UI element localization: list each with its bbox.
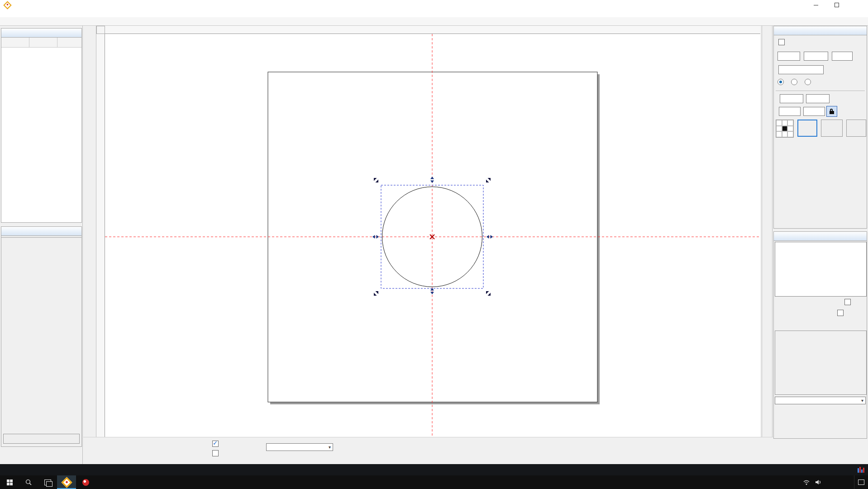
ruler-unit-label	[96, 26, 105, 34]
anchor-grid[interactable]	[776, 120, 794, 138]
column-name	[1, 38, 29, 47]
parameter-color-table	[775, 242, 867, 297]
object-list-header	[1, 38, 81, 48]
scale-x-input[interactable]	[779, 107, 801, 116]
rotate-axis-z-radio[interactable]	[777, 79, 784, 85]
scale-y-input[interactable]	[803, 107, 825, 116]
bottom-action-bar: ▾	[83, 437, 773, 465]
scale-lock-button[interactable]	[826, 106, 837, 117]
transform-tool-strip	[762, 26, 773, 437]
status-bar	[0, 464, 868, 475]
divider	[776, 91, 865, 91]
rotate-axis-x-radio[interactable]	[805, 79, 811, 85]
tray-language-indicator[interactable]	[777, 475, 789, 489]
z-input[interactable]	[832, 52, 853, 61]
tray-chevron-icon[interactable]	[754, 475, 765, 489]
hans-laser-icon	[61, 477, 72, 488]
tray-pen-icon[interactable]	[765, 475, 777, 489]
apply-button[interactable]	[797, 120, 817, 137]
tray-network-icon[interactable]	[801, 475, 812, 489]
lock-icon	[830, 111, 834, 114]
red-app-icon	[82, 479, 89, 486]
x-input[interactable]	[777, 52, 800, 61]
size-x-input[interactable]	[780, 94, 803, 103]
tray-volume-icon[interactable]	[812, 475, 824, 489]
taskbar-app-hans-laser[interactable]	[57, 475, 76, 489]
chevron-down-icon: ▾	[329, 445, 331, 450]
control-card-select[interactable]: ▾	[266, 443, 333, 451]
notification-center-button[interactable]	[854, 475, 868, 489]
app-icon	[3, 1, 11, 9]
application-window: ▾ ▾	[0, 0, 868, 489]
apply-to-duplicate-button[interactable]	[821, 120, 843, 137]
mark-selected-checkbox[interactable]	[837, 310, 844, 316]
absolute-position-checkbox[interactable]	[778, 39, 785, 45]
title-bar	[0, 0, 868, 10]
vertical-ruler	[96, 34, 105, 437]
scene	[105, 34, 760, 437]
drawing-canvas[interactable]	[105, 34, 760, 437]
left-panel-column	[0, 26, 83, 464]
mark-parameters-panel: ▾	[773, 231, 867, 439]
close-button[interactable]	[847, 0, 868, 10]
parameter-preset-combobox[interactable]: ▾	[775, 397, 866, 404]
minimize-button[interactable]	[806, 0, 826, 10]
rotate-axis-y-radio[interactable]	[791, 79, 797, 85]
tray-keyboard-icon[interactable]	[789, 475, 801, 489]
horizontal-ruler	[105, 26, 760, 34]
main-toolbar	[0, 17, 868, 26]
parameter-fields	[775, 331, 867, 395]
menu-bar	[0, 10, 868, 18]
taskbar-app-red[interactable]	[76, 475, 95, 489]
search-button[interactable]	[19, 475, 38, 489]
y-input[interactable]	[804, 52, 828, 61]
task-view-button[interactable]	[38, 475, 57, 489]
windows-taskbar	[0, 475, 868, 489]
red-light-outline-checkbox[interactable]	[212, 441, 219, 447]
object-properties-panel	[773, 26, 867, 229]
advanced-button[interactable]	[846, 120, 866, 137]
fill-checkbox[interactable]	[844, 299, 851, 305]
object-list-panel	[1, 28, 82, 223]
restore-button[interactable]	[826, 0, 847, 10]
column-type	[29, 38, 57, 47]
chevron-down-icon: ▾	[861, 398, 863, 403]
start-button[interactable]	[0, 475, 19, 489]
red-light-continuous-checkbox[interactable]	[212, 450, 219, 456]
size-y-input[interactable]	[806, 94, 830, 103]
column-index	[57, 38, 81, 47]
rotate-angle-input[interactable]	[778, 65, 824, 74]
apply-a-button[interactable]	[3, 434, 80, 444]
drawing-tool-palette	[83, 26, 96, 437]
properties-panel	[1, 226, 82, 447]
status-chart-icon	[858, 467, 864, 473]
right-panel-column: ▾	[773, 26, 868, 464]
